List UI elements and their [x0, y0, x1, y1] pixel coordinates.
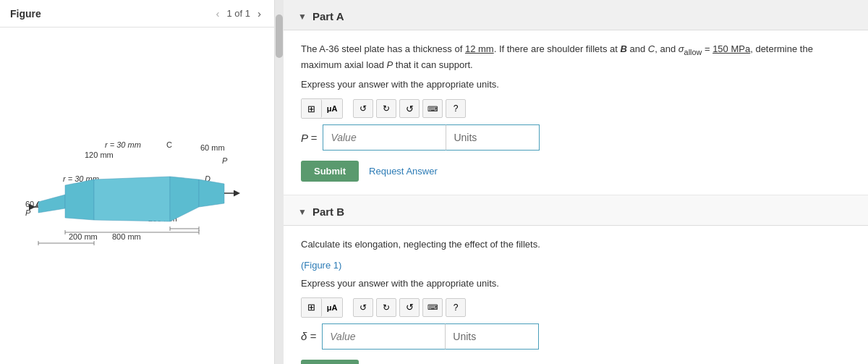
part-a-answer-row: P = Units — [301, 124, 851, 151]
part-b-refresh-button[interactable]: ↺ — [399, 298, 420, 317]
part-a-submit-button[interactable]: Submit — [301, 161, 359, 182]
svg-text:60 mm: 60 mm — [200, 143, 225, 152]
svg-marker-15 — [65, 179, 94, 220]
part-a-units-display: Units — [446, 124, 540, 151]
part-b-redo-button[interactable]: ↻ — [376, 298, 396, 317]
part-a-body: The A-36 steel plate has a thickness of … — [284, 30, 868, 195]
mu-button[interactable]: μA — [322, 99, 342, 118]
part-a-answer-label: P = — [301, 132, 317, 144]
part-b-toolbar: ⊞ μA ↺ ↻ ↺ ⌨ — [301, 297, 851, 318]
part-b-help-icon: ? — [454, 302, 459, 313]
part-b-toolbar-group: ⊞ μA — [301, 297, 343, 318]
part-a-collapse-icon: ▼ — [298, 12, 307, 22]
matrix-icon: ⊞ — [307, 103, 315, 114]
part-b-keyboard-icon: ⌨ — [427, 303, 438, 311]
part-b-units-label: Units — [453, 331, 476, 342]
undo-icon: ↺ — [359, 103, 367, 114]
figure-svg: r = 30 mm 120 mm C 60 mm P r = 30 mm 60 … — [25, 127, 250, 265]
part-b-mu-button[interactable]: μA — [322, 298, 342, 317]
part-a-toolbar: ⊞ μA ↺ ↻ ↺ ⌨ — [301, 98, 851, 119]
figure-content: r = 30 mm 120 mm C 60 mm P r = 30 mm 60 … — [0, 27, 274, 364]
figure-nav-label: 1 of 1 — [226, 8, 250, 19]
part-b-units-display: Units — [445, 323, 539, 350]
figure-panel: Figure ‹ 1 of 1 › r = 30 mm 120 mm C 60 … — [0, 0, 275, 364]
part-b-label: Part B — [312, 206, 344, 218]
help-button[interactable]: ? — [446, 99, 466, 118]
svg-text:P: P — [25, 208, 31, 217]
redo-icon: ↻ — [383, 103, 390, 114]
part-a-actions: Submit Request Answer — [301, 161, 851, 182]
svg-marker-16 — [94, 177, 170, 221]
svg-marker-14 — [38, 195, 65, 213]
part-b-express-text: Express your answer with the appropriate… — [301, 278, 851, 289]
svg-text:120 mm: 120 mm — [85, 151, 114, 159]
figure-header: Figure ‹ 1 of 1 › — [0, 0, 274, 27]
part-b-matrix-button[interactable]: ⊞ — [302, 298, 322, 317]
part-b-collapse-icon: ▼ — [298, 207, 307, 217]
part-b-undo-icon: ↺ — [359, 302, 367, 313]
prev-figure-button[interactable]: ‹ — [213, 6, 222, 21]
part-a-value-input[interactable] — [323, 124, 446, 151]
redo-button[interactable]: ↻ — [376, 99, 396, 118]
part-b-keyboard-button[interactable]: ⌨ — [422, 298, 443, 317]
refresh-icon: ↺ — [406, 103, 414, 114]
part-b-answer-label: δ = — [301, 330, 316, 342]
svg-marker-18 — [199, 179, 224, 207]
svg-text:P: P — [222, 156, 228, 165]
part-a-request-answer-link[interactable]: Request Answer — [369, 166, 438, 177]
part-b-header[interactable]: ▼ Part B — [284, 195, 868, 226]
part-b-section: ▼ Part B Calculate its elongation, negle… — [284, 195, 868, 364]
svg-text:C: C — [166, 140, 172, 149]
part-a-units-label: Units — [454, 132, 477, 143]
scroll-thumb[interactable] — [276, 14, 283, 58]
right-panel: ▼ Part A The A-36 steel plate has a thic… — [284, 0, 868, 364]
part-a-section: ▼ Part A The A-36 steel plate has a thic… — [284, 0, 868, 195]
keyboard-button[interactable]: ⌨ — [422, 99, 443, 118]
svg-text:800 mm: 800 mm — [112, 232, 141, 241]
figure-title: Figure — [10, 8, 41, 20]
part-b-undo-button[interactable]: ↺ — [353, 298, 373, 317]
undo-button[interactable]: ↺ — [353, 99, 373, 118]
part-a-question: The A-36 steel plate has a thickness of … — [301, 42, 851, 72]
part-b-redo-icon: ↻ — [383, 302, 390, 313]
svg-text:200 mm: 200 mm — [69, 232, 98, 241]
part-b-refresh-icon: ↺ — [406, 302, 414, 313]
part-b-figure-link[interactable]: (Figure 1) — [301, 260, 341, 271]
part-b-actions: Submit Request Answer — [301, 360, 851, 364]
part-a-express-text: Express your answer with the appropriate… — [301, 79, 851, 90]
part-b-matrix-icon: ⊞ — [307, 302, 315, 313]
svg-marker-17 — [170, 177, 199, 221]
svg-text:r = 30 mm: r = 30 mm — [105, 140, 141, 149]
figure-nav: ‹ 1 of 1 › — [213, 6, 264, 21]
mu-icon: μA — [327, 104, 338, 113]
part-a-header[interactable]: ▼ Part A — [284, 0, 868, 30]
part-a-toolbar-group: ⊞ μA — [301, 98, 343, 119]
part-b-help-button[interactable]: ? — [446, 298, 466, 317]
next-figure-button[interactable]: › — [255, 6, 264, 21]
keyboard-icon: ⌨ — [427, 105, 438, 113]
part-b-question: Calculate its elongation, neglecting the… — [301, 237, 851, 252]
part-b-mu-icon: μA — [327, 303, 338, 312]
part-b-answer-row: δ = Units — [301, 323, 851, 350]
help-icon: ? — [454, 103, 459, 114]
scrollbar[interactable] — [275, 0, 284, 364]
part-b-value-input[interactable] — [322, 323, 445, 350]
matrix-button[interactable]: ⊞ — [302, 99, 322, 118]
part-a-label: Part A — [312, 10, 344, 22]
refresh-button[interactable]: ↺ — [399, 99, 420, 118]
part-b-submit-button[interactable]: Submit — [301, 360, 359, 364]
part-b-body: Calculate its elongation, neglecting the… — [284, 226, 868, 364]
